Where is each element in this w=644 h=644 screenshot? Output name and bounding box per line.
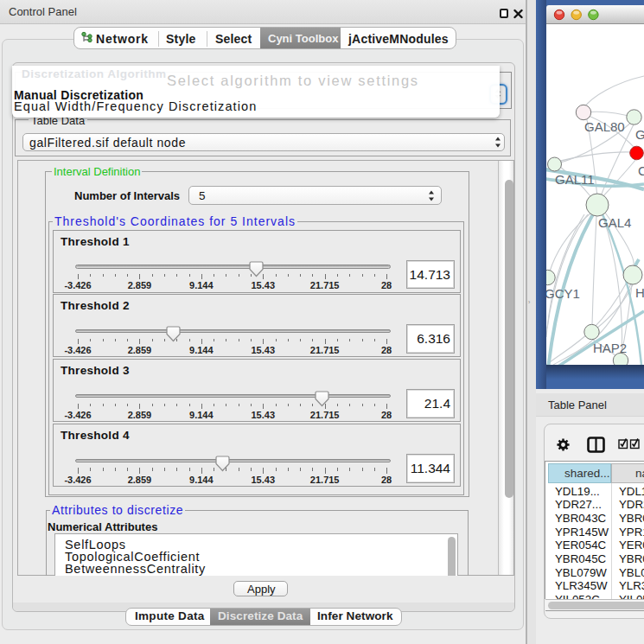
svg-text:GCY1: GCY1 [546,286,580,301]
svg-text:GA: GA [635,127,644,142]
svg-text:C: C [638,163,644,178]
svg-text:GAL11: GAL11 [555,172,595,187]
svg-text:GAL80: GAL80 [584,119,625,134]
svg-text:GAL4: GAL4 [598,215,631,230]
svg-text:HAP2: HAP2 [593,341,627,355]
svg-text:H: H [635,285,644,300]
